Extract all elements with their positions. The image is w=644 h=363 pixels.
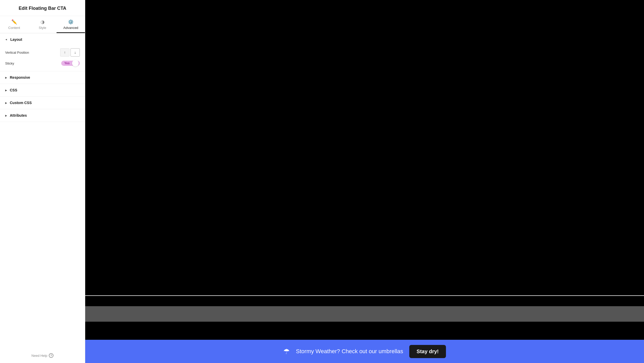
canvas-gray-bar bbox=[85, 306, 644, 322]
section-css: ▶ CSS bbox=[0, 84, 85, 97]
vertical-position-buttons: ↑ ↓ bbox=[60, 48, 80, 57]
content-icon: ✏️ bbox=[11, 20, 17, 24]
section-attributes-title: Attributes bbox=[10, 113, 27, 117]
section-responsive: ▶ Responsive bbox=[0, 71, 85, 84]
need-help-label: Need Help bbox=[32, 354, 47, 358]
floating-bar-cta-button[interactable]: Stay dry! bbox=[409, 345, 446, 358]
panel-title: Edit Floating Bar CTA bbox=[0, 0, 85, 16]
style-icon: ◑ bbox=[41, 20, 45, 24]
floating-bar-text: Stormy Weather? Check out our umbrellas bbox=[296, 348, 403, 355]
sticky-toggle[interactable]: Yes bbox=[61, 61, 80, 66]
vertical-position-row: Vertical Position ↑ ↓ bbox=[5, 48, 80, 57]
left-panel: Edit Floating Bar CTA ✏️ Content ◑ Style… bbox=[0, 0, 85, 363]
layout-arrow-icon: ▼ bbox=[5, 38, 8, 41]
section-responsive-header[interactable]: ▶ Responsive bbox=[0, 71, 85, 84]
section-layout-header[interactable]: ▼ Layout bbox=[0, 33, 85, 46]
section-attributes: ▶ Attributes bbox=[0, 109, 85, 122]
panel-content: ▼ Layout Vertical Position ↑ ↓ Sticky Ye… bbox=[0, 33, 85, 348]
tab-advanced-label: Advanced bbox=[63, 26, 78, 30]
section-layout-title: Layout bbox=[10, 37, 22, 42]
section-attributes-header[interactable]: ▶ Attributes bbox=[0, 109, 85, 122]
attributes-arrow-icon: ▶ bbox=[5, 114, 7, 117]
tab-style[interactable]: ◑ Style bbox=[28, 16, 57, 33]
canvas-top bbox=[85, 0, 644, 295]
sticky-label: Sticky bbox=[5, 61, 14, 65]
custom-css-arrow-icon: ▶ bbox=[5, 101, 7, 104]
tab-content-label: Content bbox=[8, 26, 20, 30]
position-bottom-button[interactable]: ↓ bbox=[70, 48, 80, 57]
tabs-bar: ✏️ Content ◑ Style ⚙️ Advanced bbox=[0, 16, 85, 33]
section-layout: ▼ Layout Vertical Position ↑ ↓ Sticky Ye… bbox=[0, 33, 85, 71]
umbrella-icon: ☂ bbox=[283, 347, 290, 356]
responsive-arrow-icon: ▶ bbox=[5, 76, 7, 79]
sticky-row: Sticky Yes bbox=[5, 61, 80, 66]
canvas-area: ☂ Stormy Weather? Check out our umbrella… bbox=[85, 0, 644, 363]
canvas-bottom: ☂ Stormy Weather? Check out our umbrella… bbox=[85, 296, 644, 363]
sticky-toggle-label: Yes bbox=[62, 61, 70, 65]
toggle-knob bbox=[72, 60, 79, 67]
tab-advanced[interactable]: ⚙️ Advanced bbox=[57, 16, 85, 33]
vertical-position-label: Vertical Position bbox=[5, 51, 29, 54]
floating-bar: ☂ Stormy Weather? Check out our umbrella… bbox=[85, 340, 644, 363]
section-css-title: CSS bbox=[10, 88, 17, 92]
position-top-button[interactable]: ↑ bbox=[60, 48, 69, 57]
section-responsive-title: Responsive bbox=[10, 75, 30, 80]
need-help-area[interactable]: Need Help ? bbox=[0, 348, 85, 363]
section-layout-body: Vertical Position ↑ ↓ Sticky Yes bbox=[0, 46, 85, 71]
help-icon: ? bbox=[49, 353, 53, 358]
section-css-header[interactable]: ▶ CSS bbox=[0, 84, 85, 96]
section-custom-css-header[interactable]: ▶ Custom CSS bbox=[0, 97, 85, 109]
advanced-icon: ⚙️ bbox=[68, 20, 74, 24]
section-custom-css-title: Custom CSS bbox=[10, 101, 32, 105]
tab-style-label: Style bbox=[39, 26, 46, 30]
tab-content[interactable]: ✏️ Content bbox=[0, 16, 28, 33]
css-arrow-icon: ▶ bbox=[5, 89, 7, 92]
section-custom-css: ▶ Custom CSS bbox=[0, 97, 85, 109]
